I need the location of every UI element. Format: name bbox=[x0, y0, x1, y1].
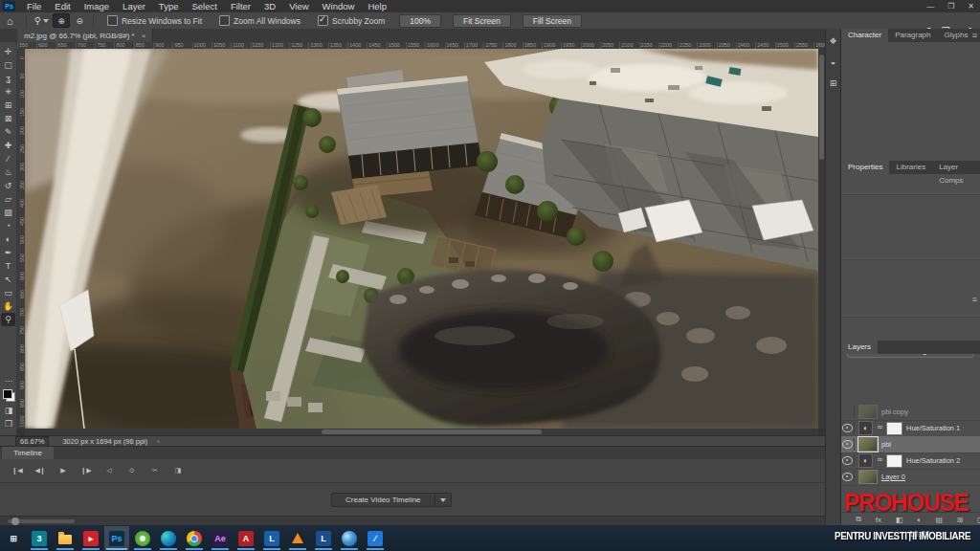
taskbar-app[interactable]: 3 bbox=[27, 526, 52, 550]
taskbar-app[interactable]: ▸ bbox=[78, 526, 103, 550]
menu-item[interactable]: File bbox=[20, 0, 48, 12]
menu-item[interactable]: 3D bbox=[257, 0, 282, 12]
tool-button[interactable]: ✋ bbox=[1, 299, 15, 313]
layer-mask-thumbnail[interactable] bbox=[886, 422, 902, 435]
visibility-toggle[interactable] bbox=[841, 471, 855, 483]
panel-menu-icon[interactable]: ≡ bbox=[972, 31, 977, 40]
timeline-control-button[interactable]: ❙▶ bbox=[77, 464, 96, 476]
taskbar-app[interactable]: L bbox=[259, 526, 284, 550]
tab-libraries[interactable]: Libraries bbox=[889, 161, 932, 174]
options-button[interactable]: Fill Screen bbox=[523, 14, 582, 28]
taskbar-app[interactable]: A bbox=[234, 526, 258, 550]
timeline-control-button[interactable]: ◨ bbox=[168, 464, 188, 476]
panel-menu-icon[interactable]: ≡ bbox=[972, 295, 977, 304]
tab-layer-comps[interactable]: Layer Comps bbox=[932, 161, 980, 174]
timeline-control-button[interactable]: ⊙ bbox=[122, 464, 142, 476]
tool-button[interactable]: ʓ bbox=[1, 72, 15, 85]
taskbar-app[interactable] bbox=[130, 526, 155, 550]
taskbar-app[interactable]: Ae bbox=[208, 526, 233, 550]
quick-mask-icon[interactable]: ◨ bbox=[5, 406, 13, 415]
tool-button[interactable]: ▨ bbox=[1, 206, 15, 219]
tab-layers[interactable]: Layers bbox=[841, 341, 878, 354]
layer-row[interactable]: pbl copy bbox=[841, 404, 980, 421]
taskbar-app[interactable] bbox=[156, 526, 181, 550]
tool-button[interactable]: ✎ bbox=[1, 125, 15, 139]
taskbar-app[interactable] bbox=[182, 526, 207, 550]
layer-name[interactable]: pbl bbox=[881, 440, 891, 449]
adjustment-layer-icon[interactable]: ◐ bbox=[858, 453, 873, 468]
canvas-image[interactable] bbox=[25, 49, 818, 429]
tool-button[interactable]: ↺ bbox=[1, 179, 15, 192]
options-button[interactable]: 100% bbox=[399, 14, 441, 28]
status-menu-icon[interactable]: › bbox=[157, 437, 160, 446]
layer-thumbnail[interactable] bbox=[858, 405, 878, 419]
close-button[interactable]: ✕ bbox=[968, 0, 974, 12]
tab-properties[interactable]: Properties bbox=[841, 161, 889, 174]
dock-panel-icon[interactable]: ❖ bbox=[829, 36, 836, 46]
menu-item[interactable]: Type bbox=[152, 0, 186, 12]
tool-button[interactable]: ⊠ bbox=[1, 112, 15, 125]
dock-panel-icon[interactable]: ◒ bbox=[831, 57, 835, 67]
layer-thumbnail[interactable] bbox=[858, 437, 878, 452]
tool-button[interactable]: ✒ bbox=[1, 246, 15, 259]
menu-item[interactable]: Image bbox=[78, 0, 116, 12]
visibility-toggle[interactable] bbox=[841, 454, 855, 467]
taskbar-app[interactable]: ∕ bbox=[363, 526, 388, 550]
minimize-button[interactable]: — bbox=[926, 0, 934, 12]
tool-button[interactable]: ⊞ bbox=[1, 99, 15, 112]
menu-item[interactable]: Layer bbox=[116, 0, 152, 12]
layer-thumbnail[interactable] bbox=[858, 470, 878, 484]
restore-button[interactable]: ❐ bbox=[947, 0, 954, 12]
layer-row-selected[interactable]: pbl bbox=[841, 436, 980, 453]
tab-close-icon[interactable]: × bbox=[142, 32, 146, 40]
timeline-control-button[interactable]: ▶ bbox=[54, 464, 73, 476]
foreground-color-swatch[interactable] bbox=[3, 389, 12, 399]
tool-button[interactable]: ∕ bbox=[1, 152, 15, 165]
dock-panel-icon[interactable]: ⊞ bbox=[830, 78, 837, 88]
tab-paragraph[interactable]: Paragraph bbox=[888, 29, 937, 42]
options-checkbox[interactable]: Scrubby Zoom bbox=[318, 15, 385, 26]
options-checkbox[interactable]: Resize Windows to Fit bbox=[107, 15, 202, 26]
menu-item[interactable]: Help bbox=[361, 0, 393, 12]
zoom-out-mode-button[interactable]: ⊖ bbox=[72, 14, 87, 27]
tool-button[interactable]: ↖ bbox=[1, 273, 15, 286]
menu-item[interactable]: Filter bbox=[224, 0, 257, 12]
options-button[interactable]: Fit Screen bbox=[453, 14, 511, 28]
screen-mode-icon[interactable]: ❐ bbox=[5, 419, 12, 429]
adjustment-layer-icon[interactable]: ◐ bbox=[858, 421, 873, 435]
layer-name[interactable]: Hue/Saturation 2 bbox=[906, 456, 960, 465]
layer-row[interactable]: ◐ 8 Hue/Saturation 2 bbox=[841, 452, 980, 470]
timeline-control-button[interactable]: ❙◀ bbox=[8, 464, 27, 476]
tool-button[interactable]: ♨ bbox=[1, 165, 15, 179]
tool-button[interactable]: ✛ bbox=[1, 45, 15, 58]
menu-item[interactable]: Edit bbox=[48, 0, 77, 12]
taskbar-app[interactable]: Ps bbox=[104, 526, 129, 550]
layer-name[interactable]: Hue/Saturation 1 bbox=[906, 424, 960, 432]
layer-name[interactable]: pbl copy bbox=[881, 408, 908, 416]
options-checkbox[interactable]: Zoom All Windows bbox=[219, 15, 301, 26]
visibility-toggle[interactable] bbox=[841, 406, 855, 418]
taskbar-app[interactable]: ⊞ bbox=[1, 526, 26, 550]
horizontal-scrollbar[interactable] bbox=[25, 429, 818, 435]
tab-glyphs[interactable]: Glyphs bbox=[937, 29, 974, 42]
document-tab[interactable]: m2.jpg @ 66.7% (pbl, RGB/8#) * × bbox=[17, 29, 153, 42]
layer-mask-thumbnail[interactable] bbox=[886, 454, 902, 468]
tool-button[interactable]: T bbox=[1, 259, 15, 273]
timeline-control-button[interactable]: ✂ bbox=[145, 464, 165, 476]
layer-name[interactable]: Layer 0 bbox=[881, 473, 905, 481]
visibility-toggle[interactable] bbox=[841, 438, 855, 451]
timeline-control-button[interactable]: ◁ bbox=[100, 464, 119, 476]
menu-item[interactable]: Select bbox=[185, 0, 223, 12]
taskbar-app[interactable] bbox=[337, 526, 362, 550]
tool-button[interactable]: ◐ bbox=[1, 232, 15, 246]
edit-toolbar-icon[interactable]: ⋯ bbox=[5, 377, 12, 386]
tool-button[interactable]: ◔ bbox=[1, 219, 15, 232]
timeline-zoom-slider[interactable] bbox=[8, 519, 75, 523]
color-swatches[interactable] bbox=[3, 389, 15, 402]
zoom-tool-preset[interactable]: ⚲ bbox=[32, 14, 52, 27]
tool-button[interactable]: ▱ bbox=[1, 192, 15, 206]
timeline-control-button[interactable]: ◀❙ bbox=[31, 464, 50, 476]
home-icon[interactable]: ⌂ bbox=[7, 15, 13, 27]
tool-button[interactable]: ✳ bbox=[1, 85, 15, 99]
tool-button[interactable]: ▭ bbox=[1, 286, 15, 299]
